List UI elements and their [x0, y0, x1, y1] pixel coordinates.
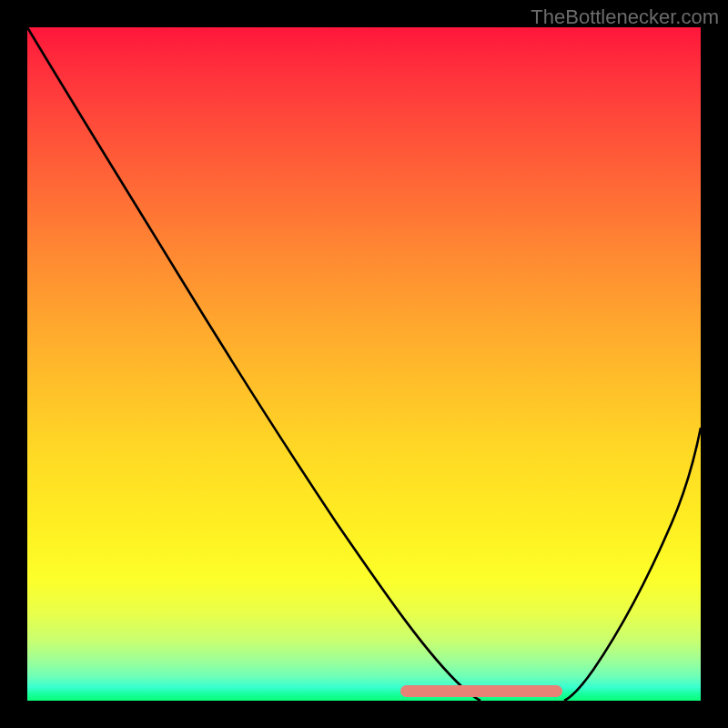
attribution-text: TheBottlenecker.com [531, 5, 719, 29]
chart-plot-area [27, 27, 701, 701]
curve-left [27, 27, 480, 701]
optimal-range-marker [400, 685, 562, 697]
chart-curves [27, 27, 701, 701]
curve-right [564, 428, 701, 701]
